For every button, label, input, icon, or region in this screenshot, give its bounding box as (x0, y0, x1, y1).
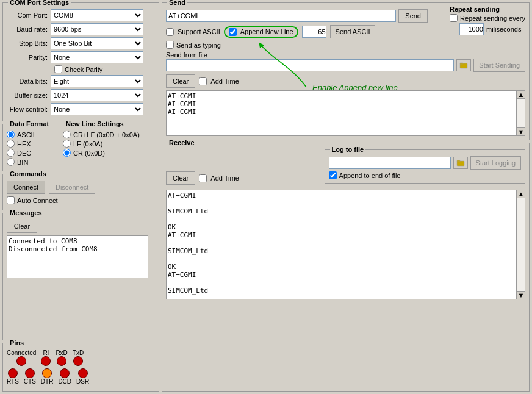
com-port-settings-title: COM Port Settings (8, 0, 71, 6)
stop-bits-select[interactable]: One Stop Bit (51, 37, 143, 49)
receive-add-time-checkbox[interactable] (199, 174, 207, 182)
repeat-ms-input[interactable] (459, 23, 484, 35)
data-bits-select[interactable]: Eight (51, 75, 143, 87)
auto-connect-checkbox[interactable] (7, 196, 15, 204)
crlf-label: CR+LF (0x0D + 0x0A) (73, 131, 140, 138)
spinbox-input[interactable] (302, 26, 326, 38)
lf-label: LF (0x0A) (73, 140, 102, 148)
pins-title: Pins (8, 339, 26, 346)
pin-rxd: RxD (56, 349, 67, 366)
baud-rate-label: Baud rate: (7, 26, 51, 33)
append-new-line-checkbox[interactable] (229, 28, 237, 36)
folder-icon (459, 61, 468, 70)
messages-clear-button[interactable]: Clear (7, 220, 37, 233)
parity-select[interactable]: None (51, 51, 143, 63)
svg-rect-4 (457, 160, 460, 162)
pin-dcd: DCD (58, 368, 71, 385)
pin-ri: RI (41, 349, 51, 366)
messages-title: Messages (8, 209, 44, 217)
send-scrollbar-up[interactable]: ▲ (517, 90, 525, 99)
ascii-label: ASCII (17, 131, 35, 138)
pin-dtr-label: DTR (41, 378, 54, 385)
data-format-title: Data Format (8, 120, 51, 127)
send-file-browse-button[interactable] (456, 59, 471, 71)
log-file-browse-button[interactable] (453, 157, 468, 169)
pin-dtr: DTR (41, 368, 54, 385)
check-parity-label: Check Parity (65, 66, 102, 73)
auto-connect-label: Auto Connect (17, 197, 58, 204)
cr-radio[interactable] (63, 149, 71, 157)
start-sending-button[interactable]: Start Sending (473, 59, 525, 72)
flow-control-select[interactable]: None (51, 103, 143, 115)
send-as-typing-checkbox[interactable] (166, 41, 174, 49)
bin-radio[interactable] (7, 158, 15, 166)
support-ascii-checkbox[interactable] (166, 28, 174, 36)
repeat-sending-every-label: Repeat sending every (460, 15, 525, 22)
dec-label: DEC (17, 149, 31, 157)
pin-ri-led (41, 356, 51, 366)
log-file-input[interactable] (329, 157, 451, 169)
pin-cts: CTS (24, 368, 36, 385)
support-ascii-label: Support ASCII (178, 28, 220, 35)
start-logging-button[interactable]: Start Logging (470, 156, 521, 170)
lf-radio[interactable] (63, 140, 71, 148)
new-line-settings-title: New Line Settings (64, 120, 126, 127)
send-title: Send (167, 0, 187, 6)
pin-dtr-led (42, 368, 52, 378)
send-log-textarea (166, 90, 517, 136)
pin-dsr-label: DSR (76, 378, 89, 385)
send-button[interactable]: Send (398, 9, 428, 23)
pin-txd: TxD (73, 349, 84, 366)
commands-title: Commands (8, 170, 48, 177)
pin-ri-label: RI (43, 349, 49, 356)
pin-rts-label: RTS (7, 378, 19, 385)
append-to-file-checkbox[interactable] (329, 171, 337, 179)
disconnect-button[interactable]: Disconnect (49, 181, 95, 194)
receive-scrollbar-down[interactable]: ▼ (517, 291, 525, 299)
baud-rate-select[interactable]: 9600 bps (51, 23, 143, 35)
check-parity-checkbox[interactable] (54, 65, 62, 73)
receive-clear-button[interactable]: Clear (166, 171, 195, 185)
parity-label: Parity: (7, 54, 51, 61)
dec-radio[interactable] (7, 149, 15, 157)
buffer-size-select[interactable]: 1024 (51, 89, 143, 101)
flow-control-label: Flow control: (7, 106, 51, 113)
pin-connected-label: Connected (7, 349, 36, 356)
send-as-typing-label: Send as typing (176, 41, 221, 49)
pin-rts: RTS (7, 368, 19, 385)
cr-label: CR (0x0D) (73, 149, 105, 157)
send-from-file-label: Send from file (166, 51, 207, 59)
append-new-line-container: Append New Line (224, 26, 298, 38)
pin-txd-led (73, 356, 83, 366)
send-file-input[interactable] (166, 59, 454, 71)
crlf-radio[interactable] (63, 131, 71, 138)
pin-rts-led (8, 368, 18, 378)
ascii-radio[interactable] (7, 131, 15, 138)
send-ascii-button[interactable]: Send ASCII (330, 25, 376, 38)
repeat-sending-checkbox[interactable] (450, 14, 458, 22)
repeat-ms-label: miliseconds (486, 26, 521, 33)
receive-add-time-label: Add Time (210, 174, 239, 182)
receive-scrollbar-up[interactable]: ▲ (517, 190, 525, 198)
repeat-sending-area: Repeat sending Repeat sending every mili… (450, 5, 525, 35)
send-clear-button[interactable]: Clear (166, 74, 195, 88)
append-new-line-label: Append New Line (240, 28, 293, 35)
pin-cts-led (25, 368, 35, 378)
pin-txd-label: TxD (73, 349, 84, 356)
pin-cts-label: CTS (24, 378, 36, 385)
buffer-size-label: Buffer size: (7, 91, 51, 99)
com-port-select[interactable]: COM8 (51, 9, 143, 21)
receive-title: Receive (167, 139, 196, 146)
data-bits-label: Data bits: (7, 77, 51, 85)
send-add-time-label: Add Time (210, 77, 239, 85)
log-to-file-title: Log to file (330, 146, 366, 153)
send-add-time-checkbox[interactable] (199, 77, 207, 85)
append-to-file-label: Append to end of file (339, 172, 401, 179)
send-command-input[interactable] (166, 10, 396, 22)
com-port-label: Com Port: (7, 12, 51, 19)
send-scrollbar-down[interactable]: ▼ (517, 127, 525, 136)
connect-button[interactable]: Connect (7, 181, 45, 194)
hex-radio[interactable] (7, 140, 15, 148)
hex-label: HEX (17, 140, 31, 148)
pin-connected-led (16, 356, 26, 366)
